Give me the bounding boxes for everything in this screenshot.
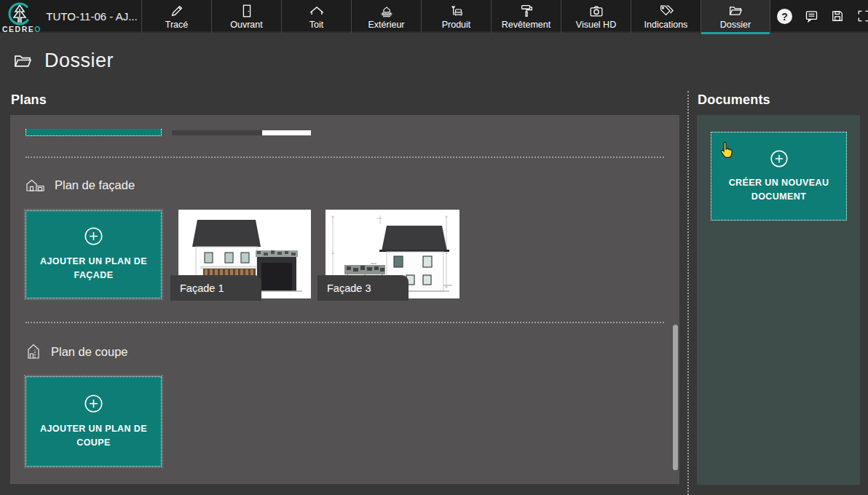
coupe-section-header: Plan de coupe [25,343,128,360]
furniture-icon [448,3,465,18]
plans-scrollbar[interactable] [673,325,678,470]
section-separator [25,322,664,323]
create-document-button[interactable]: CRÉER UN NOUVEAU DOCUMENT [711,132,847,221]
section-house-icon [25,343,42,360]
facade-3-thumbnail[interactable]: Façade 3 [326,210,459,298]
app-window: CEDREO TUTO-11-06 - AJ... Tracé Ouvrant [0,0,868,495]
feedback-button[interactable] [804,9,819,27]
roof-icon [308,3,326,18]
camera-icon [588,3,604,18]
plus-circle-icon [84,226,103,246]
question-icon: ? [777,9,792,24]
facade-1-thumbnail[interactable]: Façade 1 [178,210,311,298]
pencil-icon [169,3,185,18]
tab-trace[interactable]: Tracé [141,0,211,33]
folder-icon [727,3,744,18]
tab-indications[interactable]: Indications [631,0,701,33]
door-icon [239,3,255,18]
save-icon [830,9,845,23]
cedreo-tree-icon [7,1,32,26]
cutoff-thumbnail-sliver[interactable] [262,130,311,135]
exterior-icon [378,3,395,18]
main-tabs: Tracé Ouvrant Toit Extérieur [141,0,770,33]
page-title: Dossier [11,50,114,72]
add-facade-plan-button[interactable]: AJOUTER UN PLAN DE FAÇADE [25,210,162,298]
paint-roller-icon [518,3,534,18]
cedreo-logo-text: CEDREO [0,25,46,33]
tab-visuel-hd[interactable]: Visuel HD [561,0,631,33]
facade-house-icon [25,177,45,193]
panel-divider [687,91,689,495]
facade-1-label: Façade 1 [170,275,261,301]
fullscreen-button[interactable] [856,9,868,26]
topbar-actions: ? [769,0,868,33]
project-name: TUTO-11-06 - AJ... [42,0,141,33]
cedreo-logo: CEDREO [0,1,45,33]
facade-section-header: Plan de façade [25,177,135,193]
cutoff-add-button-sliver[interactable] [25,129,162,136]
fullscreen-icon [856,9,868,23]
tab-exterieur[interactable]: Extérieur [351,0,421,33]
plus-circle-icon [770,149,789,168]
plus-circle-icon [84,394,103,413]
tags-icon [658,3,674,18]
add-coupe-plan-button[interactable]: AJOUTER UN PLAN DE COUPE [25,376,162,467]
section-separator [25,157,664,158]
tab-revetement[interactable]: Revêtement [491,0,561,33]
top-toolbar: CEDREO TUTO-11-06 - AJ... Tracé Ouvrant [0,0,868,33]
folder-open-icon [11,50,34,72]
tab-toit[interactable]: Toit [281,0,351,33]
tab-dossier[interactable]: Dossier [701,0,770,33]
tab-ouvrant[interactable]: Ouvrant [211,0,281,33]
comment-icon [804,9,819,24]
facade-3-label: Façade 3 [317,275,409,301]
save-button[interactable] [830,9,845,26]
help-button[interactable]: ? [777,9,792,24]
cutoff-thumbnail-label-sliver [172,130,262,135]
tab-produit[interactable]: Produit [421,0,491,33]
plans-header: Plans [11,92,47,108]
plans-panel: Plan de façade AJOUTER UN PLAN DE FAÇADE [10,115,679,484]
documents-panel: CRÉER UN NOUVEAU DOCUMENT [697,115,860,485]
documents-header: Documents [698,92,770,108]
pointer-cursor [718,140,737,161]
